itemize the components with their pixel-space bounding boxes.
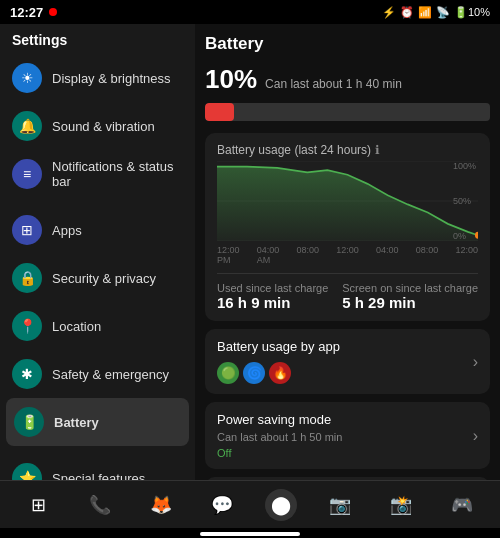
status-icons: ⚡ ⏰ 📶 📡 🔋10%	[382, 6, 490, 19]
location-icon: 📍	[12, 311, 42, 341]
sidebar-item-label-security: Security & privacy	[52, 271, 156, 286]
battery-percentage: 10%	[205, 64, 257, 95]
sidebar-item-label-safety: Safety & emergency	[52, 367, 169, 382]
battery-icon: 🔋10%	[454, 6, 490, 19]
chart-y-labels: 100% 50% 0%	[453, 161, 478, 241]
x-label-0400am: 04:00AM	[257, 245, 280, 265]
screen-label: Screen on since last charge	[342, 282, 478, 294]
security-icon: 🔒	[12, 263, 42, 293]
app-icon-1: 🟢	[217, 362, 239, 384]
chart-fill	[217, 167, 478, 241]
x-label-0400: 04:00	[376, 245, 399, 265]
screen-on-charge: Screen on since last charge 5 h 29 min	[342, 282, 478, 311]
y-label-50: 50%	[453, 196, 476, 206]
chart-title-text: Battery usage (last 24 hours)	[217, 143, 371, 157]
sidebar-item-notifications[interactable]: ≡ Notifications & status bar	[0, 150, 195, 198]
app-icon-2: 🌀	[243, 362, 265, 384]
screen-value: 5 h 29 min	[342, 294, 478, 311]
app-icons-row: 🟢 🌀 🔥	[217, 362, 340, 384]
nav-camera[interactable]: 📷	[322, 487, 358, 523]
power-saving-sub: Can last about 1 h 50 min	[217, 431, 342, 443]
battery-nav-icon: 🔋	[14, 407, 44, 437]
x-label-1200: 12:00	[336, 245, 359, 265]
battery-bar-container	[205, 103, 490, 121]
status-time: 12:27	[10, 5, 43, 20]
battery-percent-row: 10% Can last about 1 h 40 min	[205, 64, 490, 95]
sidebar-item-label-sound: Sound & vibration	[52, 119, 155, 134]
status-dot	[49, 8, 57, 16]
x-label-1200-2: 12:00	[455, 245, 478, 265]
bluetooth-icon: ⚡	[382, 6, 396, 19]
sidebar-item-label-display: Display & brightness	[52, 71, 171, 86]
used-label: Used since last charge	[217, 282, 328, 294]
sidebar-item-label-apps: Apps	[52, 223, 82, 238]
nav-instagram[interactable]: 📸	[383, 487, 419, 523]
power-saving-status: Off	[217, 447, 342, 459]
apps-icon: ⊞	[12, 215, 42, 245]
used-since-charge: Used since last charge 16 h 9 min	[217, 282, 328, 311]
sidebar-item-label-special: Special features	[52, 471, 145, 481]
chart-x-labels: 12:00PM 04:00AM 08:00 12:00 04:00 08:00 …	[217, 245, 478, 265]
sidebar-item-location[interactable]: 📍 Location	[0, 302, 195, 350]
sidebar-item-apps[interactable]: ⊞ Apps	[0, 206, 195, 254]
usage-by-app-chevron: ›	[473, 353, 478, 371]
sidebar-item-sound[interactable]: 🔔 Sound & vibration	[0, 102, 195, 150]
bottom-nav: ⊞ 📞 🦊 💬 ⬤ 📷 📸 🎮	[0, 480, 500, 528]
battery-subtitle: Can last about 1 h 40 min	[265, 77, 402, 91]
home-bar	[200, 532, 300, 536]
sidebar-item-special[interactable]: ⭐ Special features	[0, 454, 195, 480]
battery-panel: Battery 10% Can last about 1 h 40 min Ba…	[195, 24, 500, 480]
nav-home[interactable]: ⬤	[265, 489, 297, 521]
sidebar-item-display[interactable]: ☀ Display & brightness	[0, 54, 195, 102]
battery-usage-card: Battery usage (last 24 hours) ℹ	[205, 133, 490, 321]
sidebar-item-battery[interactable]: 🔋 Battery	[6, 398, 189, 446]
sound-icon: 🔔	[12, 111, 42, 141]
wifi-icon: 📶	[418, 6, 432, 19]
sidebar: Settings ☀ Display & brightness 🔔 Sound …	[0, 24, 195, 480]
status-bar: 12:27 ⚡ ⏰ 📶 📡 🔋10%	[0, 0, 500, 24]
home-bar-container	[0, 528, 500, 538]
sidebar-item-label-battery: Battery	[54, 415, 99, 430]
sidebar-item-safety[interactable]: ✱ Safety & emergency	[0, 350, 195, 398]
usage-by-app-left: Battery usage by app 🟢 🌀 🔥	[217, 339, 340, 384]
main-content: Settings ☀ Display & brightness 🔔 Sound …	[0, 24, 500, 480]
info-icon[interactable]: ℹ	[375, 143, 380, 157]
sidebar-item-security[interactable]: 🔒 Security & privacy	[0, 254, 195, 302]
nav-messages[interactable]: 💬	[204, 487, 240, 523]
sidebar-title: Settings	[0, 24, 195, 54]
chart-title-row: Battery usage (last 24 hours) ℹ	[217, 143, 478, 157]
chart-svg	[217, 161, 478, 241]
battery-usage-by-app-row[interactable]: Battery usage by app 🟢 🌀 🔥 ›	[205, 329, 490, 394]
battery-bar-fill	[205, 103, 234, 121]
nav-firefox[interactable]: 🦊	[143, 487, 179, 523]
x-label-0800-2: 08:00	[416, 245, 439, 265]
sidebar-item-label-location: Location	[52, 319, 101, 334]
power-saving-left: Power saving mode Can last about 1 h 50 …	[217, 412, 342, 459]
nav-apps-grid[interactable]: ⊞	[21, 487, 57, 523]
alarm-icon: ⏰	[400, 6, 414, 19]
signal-icon: 📡	[436, 6, 450, 19]
y-label-0: 0%	[453, 231, 476, 241]
y-label-100: 100%	[453, 161, 476, 171]
battery-chart: 100% 50% 0%	[217, 161, 478, 241]
stats-row: Used since last charge 16 h 9 min Screen…	[217, 273, 478, 311]
safety-icon: ✱	[12, 359, 42, 389]
usage-by-app-title: Battery usage by app	[217, 339, 340, 354]
power-saving-chevron: ›	[473, 427, 478, 445]
display-icon: ☀	[12, 63, 42, 93]
power-saving-title: Power saving mode	[217, 412, 342, 427]
nav-discord[interactable]: 🎮	[444, 487, 480, 523]
special-icon: ⭐	[12, 463, 42, 480]
nav-phone[interactable]: 📞	[82, 487, 118, 523]
app-icon-3: 🔥	[269, 362, 291, 384]
x-label-1200pm: 12:00PM	[217, 245, 240, 265]
panel-title: Battery	[205, 34, 490, 54]
notifications-icon: ≡	[12, 159, 42, 189]
used-value: 16 h 9 min	[217, 294, 328, 311]
power-saving-row[interactable]: Power saving mode Can last about 1 h 50 …	[205, 402, 490, 469]
x-label-0800: 08:00	[296, 245, 319, 265]
sidebar-item-label-notifications: Notifications & status bar	[52, 159, 183, 189]
